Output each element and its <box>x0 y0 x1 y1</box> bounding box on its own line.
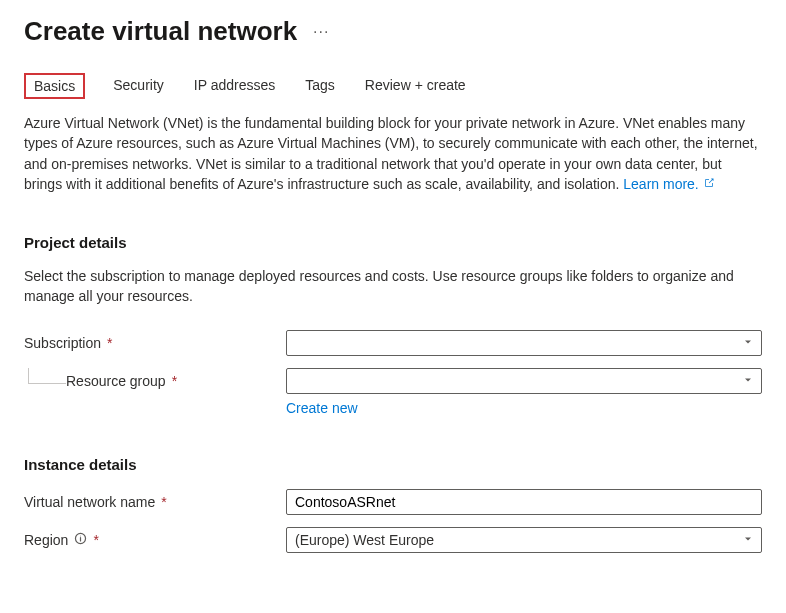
tab-basics[interactable]: Basics <box>24 73 85 99</box>
resource-group-select[interactable] <box>286 368 762 394</box>
learn-more-link[interactable]: Learn more. <box>623 174 714 194</box>
svg-point-2 <box>80 536 81 537</box>
tab-review-create[interactable]: Review + create <box>363 73 468 99</box>
tree-connector <box>28 368 66 384</box>
intro-text: Azure Virtual Network (VNet) is the fund… <box>24 113 762 194</box>
virtual-network-name-input[interactable] <box>286 489 762 515</box>
virtual-network-name-label: Virtual network name * <box>24 494 286 510</box>
tab-ip-addresses[interactable]: IP addresses <box>192 73 277 99</box>
project-details-desc: Select the subscription to manage deploy… <box>24 267 762 306</box>
subscription-label: Subscription * <box>24 335 286 351</box>
project-details-heading: Project details <box>24 234 762 251</box>
create-new-link[interactable]: Create new <box>286 400 358 416</box>
subscription-select[interactable] <box>286 330 762 356</box>
resource-group-label: Resource group * <box>66 373 286 389</box>
external-link-icon <box>703 174 715 194</box>
region-label: Region * <box>24 532 286 548</box>
tab-tags[interactable]: Tags <box>303 73 337 99</box>
more-actions-button[interactable]: ··· <box>313 23 329 41</box>
page-title: Create virtual network <box>24 16 297 47</box>
region-select[interactable]: (Europe) West Europe <box>286 527 762 553</box>
instance-details-heading: Instance details <box>24 456 762 473</box>
tab-security[interactable]: Security <box>111 73 166 99</box>
info-icon[interactable] <box>74 532 87 548</box>
tabs-nav: Basics Security IP addresses Tags Review… <box>24 73 762 99</box>
